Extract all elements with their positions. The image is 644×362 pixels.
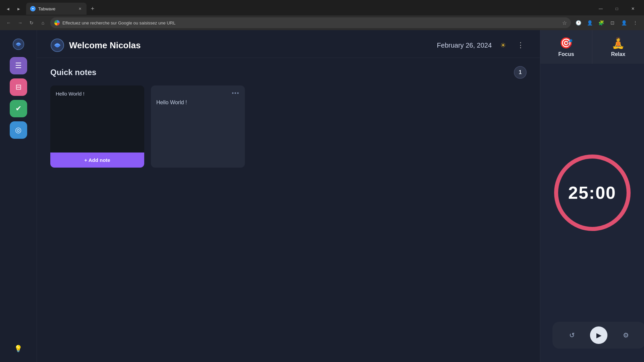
home-button[interactable]: ⌂	[38, 17, 48, 28]
tab-close-button[interactable]: ✕	[77, 6, 83, 11]
bookmark-icon[interactable]: ☆	[562, 20, 567, 26]
welcome-title: Welcome Nicolas	[69, 40, 141, 51]
active-tab[interactable]: Tabwave ✕	[26, 3, 87, 15]
sidebar-item-shield[interactable]: ✔	[10, 100, 27, 117]
forward-button[interactable]: →	[15, 17, 25, 28]
note-editor-card: Hello World ! + Add note	[50, 85, 144, 168]
window-controls: — □ ✕	[593, 3, 641, 14]
reload-button[interactable]: ↻	[26, 17, 37, 28]
toolbar-actions: 🕐 👤 🧩 ⊡ 👤 ⋮	[573, 17, 641, 28]
back-button[interactable]: ←	[3, 17, 14, 28]
theme-button[interactable]: ☀	[497, 39, 509, 51]
theme-toggle-button[interactable]: 💡	[12, 342, 25, 355]
notes-icon: ☰	[15, 61, 22, 70]
mode-buttons: 🎯 Focus 🧘 Relax	[540, 30, 644, 64]
tab-back-button[interactable]: ◀	[3, 4, 13, 13]
play-icon: ▶	[596, 331, 601, 339]
tab-favicon	[30, 6, 36, 11]
focus-mode-button[interactable]: 🎯 Focus	[540, 30, 592, 64]
tab-bar: ◀ ▶ Tabwave ✕ + — □ ✕	[0, 0, 644, 15]
account-button[interactable]: 👤	[619, 17, 629, 28]
notes-count-badge: 1	[514, 66, 527, 79]
timer-reset-button[interactable]: ↺	[565, 328, 579, 343]
sidebar-item-explore[interactable]: ◎	[10, 121, 27, 139]
header-left: Welcome Nicolas	[50, 38, 141, 52]
focus-label: Focus	[558, 51, 574, 57]
relax-label: Relax	[611, 51, 626, 57]
sidebar: ☰ ⊟ ✔ ◎ 💡	[0, 30, 37, 362]
close-button[interactable]: ✕	[625, 3, 641, 14]
sidebar-logo	[11, 37, 26, 52]
notes-title: Quick notes	[50, 68, 96, 77]
timer-display: 25:00	[568, 183, 616, 203]
note-display-card: ••• Hello World !	[151, 85, 245, 168]
timer-container: 25:00	[545, 64, 639, 322]
sidebar-bottom: 💡	[12, 342, 25, 355]
new-tab-button[interactable]: +	[88, 4, 97, 13]
profile-button[interactable]: ⊡	[607, 17, 618, 28]
timer-play-button[interactable]: ▶	[590, 326, 607, 344]
timer-controls-wrapper: ↺ ▶ ⚙	[540, 322, 644, 362]
timer-ring-wrapper: 25:00	[552, 153, 633, 233]
menu-button[interactable]: ⋮	[630, 17, 641, 28]
main-area: Welcome Nicolas February 26, 2024 ☀ ⋮ Qu…	[37, 30, 540, 362]
toolbar: ← → ↻ ⌂ Effectuez une recherche sur Goog…	[0, 15, 644, 30]
note-more-button[interactable]: •••	[232, 90, 239, 96]
extension-btn-1[interactable]: 🕐	[573, 17, 584, 28]
timer-controls: ↺ ▶ ⚙	[552, 322, 644, 349]
sidebar-item-notes[interactable]: ☰	[10, 57, 27, 74]
note-card-text: Hello World !	[156, 100, 239, 106]
sun-icon: ☀	[500, 41, 506, 49]
tab-nav-buttons: ◀ ▶	[3, 4, 23, 13]
address-text: Effectuez une recherche sur Google ou sa…	[62, 20, 559, 25]
address-bar[interactable]: Effectuez une recherche sur Google ou sa…	[50, 17, 571, 28]
tab-forward-button[interactable]: ▶	[14, 4, 23, 13]
relax-mode-button[interactable]: 🧘 Relax	[592, 30, 644, 64]
shield-icon: ✔	[15, 104, 21, 113]
explore-icon: ◎	[15, 126, 21, 134]
light-icon: 💡	[14, 345, 22, 353]
more-icon: ⋮	[517, 41, 524, 50]
main-header: Welcome Nicolas February 26, 2024 ☀ ⋮	[37, 30, 540, 58]
maximize-button[interactable]: □	[609, 3, 625, 14]
notes-header: Quick notes 1	[50, 66, 527, 79]
app-content: ☰ ⊟ ✔ ◎ 💡	[0, 30, 644, 362]
notes-section: Quick notes 1 Hello World ! + Add note •…	[37, 58, 540, 362]
tab-title: Tabwave	[38, 6, 74, 11]
current-date: February 26, 2024	[437, 42, 492, 49]
more-options-button[interactable]: ⋮	[515, 39, 527, 51]
minimize-button[interactable]: —	[593, 3, 608, 14]
relax-emoji: 🧘	[611, 37, 625, 49]
google-icon	[54, 20, 60, 25]
board-icon: ⊟	[15, 83, 21, 92]
add-note-button[interactable]: + Add note	[50, 153, 144, 168]
settings-icon: ⚙	[623, 331, 629, 339]
notes-grid: Hello World ! + Add note ••• Hello World…	[50, 85, 527, 168]
browser-chrome: ◀ ▶ Tabwave ✕ + — □ ✕ ← → ↻ ⌂	[0, 0, 644, 30]
note-card-header: •••	[156, 90, 239, 96]
focus-emoji: 🎯	[559, 37, 573, 49]
extensions-button[interactable]: 🧩	[596, 17, 606, 28]
reset-icon: ↺	[569, 331, 575, 339]
timer-settings-button[interactable]: ⚙	[619, 328, 633, 343]
header-logo	[50, 38, 64, 52]
extension-btn-2[interactable]: 👤	[584, 17, 595, 28]
toolbar-nav: ← → ↻ ⌂	[3, 17, 48, 28]
note-editor-textarea[interactable]: Hello World !	[50, 85, 144, 153]
sidebar-item-board[interactable]: ⊟	[10, 78, 27, 96]
right-panel: 🎯 Focus 🧘 Relax 25:00	[540, 30, 644, 362]
header-right: February 26, 2024 ☀ ⋮	[437, 39, 527, 51]
